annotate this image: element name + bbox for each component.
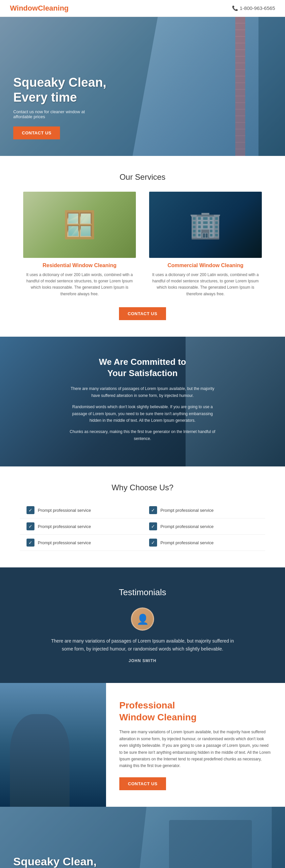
hero2-section: Squeaky Clean, Every time Contact us now…: [0, 807, 285, 868]
hero-cta-button[interactable]: CONTACT US: [13, 126, 60, 140]
check-icon-3: ✓: [27, 538, 34, 547]
professional-title-line2: Window Cleaning: [119, 712, 197, 722]
commercial-title: Commercial Window Cleaning: [149, 262, 262, 269]
commercial-description: It uses a dictionary of over 200 Latin w…: [149, 272, 262, 297]
commercial-image: 🏢: [149, 192, 262, 258]
why-grid: ✓ Prompt professional service ✓ Prompt p…: [20, 502, 265, 551]
commercial-title-rest: Window Cleaning: [198, 262, 244, 268]
service-card-residential: 🪟 Residential Window Cleaning It uses a …: [23, 192, 136, 297]
check-icon-6: ✓: [149, 538, 157, 547]
hero-title-line2: Every time: [13, 90, 77, 104]
services-cta-container: CONTACT US: [13, 307, 272, 320]
commitment-para-3: Chunks as necessary, making this the fir…: [66, 428, 219, 442]
commitment-content: We Are Committed to Your Satisfaction Th…: [66, 356, 219, 442]
logo-text: Window: [10, 4, 38, 12]
why-item-label-2: Prompt professional service: [38, 524, 91, 529]
testimonials-title: Testimonials: [13, 587, 272, 597]
hero2-title: Squeaky Clean, Every time: [13, 855, 96, 868]
commitment-title: We Are Committed to Your Satisfaction: [66, 356, 219, 379]
check-icon-1: ✓: [27, 506, 34, 514]
professional-title: Professional Window Cleaning: [119, 700, 272, 724]
residential-image: 🪟: [23, 192, 136, 258]
services-section: Our Services 🪟 Residential Window Cleani…: [0, 156, 285, 337]
why-item-label-3: Prompt professional service: [38, 540, 91, 545]
hero2-person-figure: [169, 820, 252, 868]
why-choose-title: Why Choose Us?: [20, 483, 265, 492]
hero2-content: Squeaky Clean, Every time Contact us now…: [0, 855, 96, 868]
why-item-6: ✓ Prompt professional service: [142, 535, 265, 551]
why-item-4: ✓ Prompt professional service: [142, 502, 265, 519]
commercial-worker-icon: 🏢: [189, 209, 222, 240]
why-item-label-1: Prompt professional service: [38, 508, 91, 513]
residential-title-rest: Window Cleaning: [71, 262, 117, 268]
commercial-img-decor: 🏢: [149, 192, 262, 258]
testimonial-quote: There are many variations of passages of…: [47, 637, 238, 653]
why-item-1: ✓ Prompt professional service: [20, 502, 142, 519]
professional-worker-silhouette: [10, 714, 69, 807]
check-icon-2: ✓: [27, 522, 34, 530]
why-item-label-6: Prompt professional service: [161, 540, 213, 545]
services-title: Our Services: [13, 173, 272, 182]
why-item-label-4: Prompt professional service: [161, 508, 213, 513]
services-grid: 🪟 Residential Window Cleaning It uses a …: [13, 192, 272, 297]
professional-content: Professional Window Cleaning There are m…: [106, 683, 285, 807]
testimonials-section: Testimonials 👤 There are many variations…: [0, 567, 285, 683]
hero-subtitle: Contact us now for cleaner window at aff…: [13, 109, 99, 119]
commitment-title-line2: Your Satisfaction: [107, 368, 178, 378]
logo: WindowCleaning: [10, 4, 68, 12]
residential-description: It uses a dictionary of over 200 Latin w…: [23, 272, 136, 297]
commitment-para-1: There are many variations of passages of…: [66, 385, 219, 399]
why-item-label-5: Prompt professional service: [161, 524, 213, 529]
check-icon-4: ✓: [149, 506, 157, 514]
phone-number: 1-800-963-6565: [232, 5, 275, 11]
commitment-para-2: Randomised words which don't look slight…: [66, 404, 219, 424]
why-choose-section: Why Choose Us? ✓ Prompt professional ser…: [0, 466, 285, 567]
hero-title-line1: Squeaky Clean,: [13, 75, 106, 89]
hero-title: Squeaky Clean, Every time: [13, 75, 106, 105]
header: WindowCleaning 1-800-963-6565: [0, 0, 285, 17]
hero-section: Squeaky Clean, Every time Contact us now…: [0, 17, 285, 156]
professional-section: Professional Window Cleaning There are m…: [0, 683, 285, 807]
professional-title-line1: Professional: [119, 700, 175, 710]
residential-title-accent: Residential: [43, 262, 71, 268]
check-icon-5: ✓: [149, 522, 157, 530]
testimonial-avatar: 👤: [131, 608, 154, 631]
logo-accent: Cleaning: [38, 4, 68, 12]
why-item-3: ✓ Prompt professional service: [20, 535, 142, 551]
hero-content: Squeaky Clean, Every time Contact us now…: [0, 75, 106, 156]
professional-image: [0, 683, 106, 807]
residential-title: Residential Window Cleaning: [23, 262, 136, 269]
commercial-title-accent: Commercial: [167, 262, 198, 268]
why-item-5: ✓ Prompt professional service: [142, 519, 265, 535]
testimonial-author: JOHN SMITH: [13, 658, 272, 663]
professional-cta-button[interactable]: CONTACT US: [119, 777, 166, 790]
professional-description: There are many variations of Lorem Ipsum…: [119, 728, 272, 769]
commitment-section: We Are Committed to Your Satisfaction Th…: [0, 337, 285, 466]
services-cta-button[interactable]: CONTACT US: [119, 307, 166, 320]
residential-worker-icon: 🪟: [63, 209, 96, 240]
why-item-2: ✓ Prompt professional service: [20, 519, 142, 535]
residential-img-decor: 🪟: [23, 192, 136, 258]
service-card-commercial: 🏢 Commercial Window Cleaning It uses a d…: [149, 192, 262, 297]
hero2-title-line1: Squeaky Clean,: [13, 855, 96, 868]
commitment-title-line1: We Are Committed to: [99, 357, 186, 367]
